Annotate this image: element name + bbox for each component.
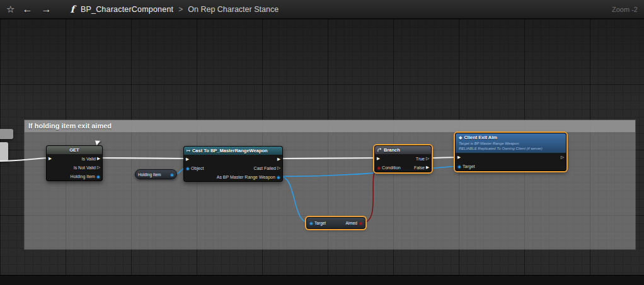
offscreen-node-2[interactable] [0, 142, 8, 161]
node-holding-item-variable[interactable]: Holding Item [135, 169, 177, 179]
node-get-header: GET [47, 146, 102, 154]
cast-failed-out-pin[interactable] [277, 166, 280, 170]
node-client-title: Client Exit Aim [464, 135, 497, 141]
graph-canvas[interactable]: If holding item exit aimed GET Is Valid [0, 19, 644, 285]
back-icon[interactable]: ← [22, 4, 32, 15]
cast-exec-out-pin[interactable] [277, 157, 280, 162]
breadcrumb-current[interactable]: On Rep Character Stance [188, 5, 279, 14]
node-get-row-isvalid: Is Valid [47, 154, 102, 163]
branch-exec-in-pin[interactable] [377, 157, 380, 161]
exec-in-pin[interactable] [49, 157, 52, 161]
breadcrumb-separator: > [178, 5, 183, 14]
cast-as-weapon-out-pin[interactable] [277, 175, 280, 179]
client-subtitle-target: Target is BP Master Range Weapon [459, 141, 563, 146]
cast-exec-in-pin[interactable] [186, 157, 189, 162]
node-branch-header: Branch [375, 146, 431, 154]
zoom-level: Zoom -2 [612, 6, 638, 13]
node-branch-row-true: True [375, 154, 431, 163]
holding-item-var-out-pin[interactable] [170, 172, 174, 177]
client-subtitle-reliable: RELIABLE Replicated To Owning Client (if… [459, 146, 563, 151]
function-icon: f [70, 4, 74, 15]
exec-out-is-valid-pin[interactable] [97, 157, 100, 161]
node-get-row-holdingitem: Holding Item [47, 172, 102, 181]
branch-false-out-pin[interactable] [426, 165, 429, 170]
node-get-row-isnotvalid: Is Not Valid [47, 163, 102, 172]
node-get[interactable]: GET Is Valid Is Not Valid Holding Item [46, 145, 103, 181]
pin-label-is-not-valid: Is Not Valid [74, 165, 96, 170]
aimed-out-pin[interactable] [359, 221, 362, 225]
forward-icon[interactable]: → [41, 4, 51, 15]
pin-label-cast-failed: Cast Failed [254, 166, 276, 170]
node-cast-header: ↦ Cast To BP_MasterRangeWeapon [184, 147, 282, 155]
event-diamond-icon: ◆ [459, 135, 462, 141]
pin-label-holding-item: Holding Item [71, 174, 95, 179]
node-branch-title: Branch [384, 146, 400, 154]
exec-out-is-not-valid-pin[interactable] [97, 165, 100, 170]
graph-toolbar: ☆ ← → f BP_CharacterComponent > On Rep C… [0, 0, 644, 19]
aimed-target-in-pin[interactable] [309, 221, 313, 225]
pin-label-as-weapon: As BP Master Range Weapon [217, 175, 275, 179]
node-cast-row-object: Object Cast Failed [184, 164, 282, 172]
branch-fork-icon [377, 148, 382, 152]
favorite-star-icon[interactable]: ☆ [6, 4, 14, 15]
node-aimed-getter[interactable]: Target Aimed [306, 217, 365, 229]
grid-bottom-band [0, 275, 644, 285]
holding-item-out-pin[interactable] [96, 174, 100, 179]
breadcrumb-root[interactable]: BP_CharacterComponent [81, 5, 173, 14]
blueprint-editor: ☆ ← → f BP_CharacterComponent > On Rep C… [0, 0, 644, 285]
node-cast-row-exec [184, 155, 282, 164]
holding-item-var-label: Holding Item [138, 172, 161, 177]
node-branch-row-false: Condition False [375, 163, 431, 172]
grid-top-shade [0, 19, 644, 101]
pin-label-is-valid: Is Valid [82, 157, 96, 161]
pin-label-client-target: Target [463, 164, 474, 169]
node-cast-title: Cast To BP_MasterRangeWeapon [192, 147, 268, 155]
pin-label-object: Object [191, 166, 204, 170]
node-client-exit-aim[interactable]: ◆ Client Exit Aim Target is BP Master Ra… [455, 133, 566, 171]
node-get-title: GET [69, 146, 79, 154]
node-client-row-exec [456, 153, 566, 162]
cast-object-in-pin[interactable] [186, 166, 190, 170]
branch-condition-in-pin[interactable] [377, 165, 381, 170]
pin-label-aimed-target: Target [314, 221, 326, 225]
pin-label-true: True [416, 157, 425, 161]
node-cast-row-asweapon: As BP Master Range Weapon [184, 172, 282, 181]
comment-title[interactable]: If holding item exit aimed [25, 120, 635, 132]
cast-arrow-icon: ↦ [187, 147, 190, 155]
branch-true-out-pin[interactable] [426, 157, 429, 161]
node-client-row-target: Target [456, 162, 566, 170]
offscreen-node-1[interactable] [0, 129, 13, 139]
pin-label-condition: Condition [382, 165, 401, 170]
client-target-in-pin[interactable] [457, 164, 461, 169]
node-client-header: ◆ Client Exit Aim Target is BP Master Ra… [456, 133, 566, 153]
pin-label-aimed: Aimed [345, 221, 357, 225]
pin-label-false: False [414, 165, 425, 170]
client-exec-in-pin[interactable] [457, 155, 461, 160]
client-exec-out-pin[interactable] [561, 155, 564, 160]
node-cast[interactable]: ↦ Cast To BP_MasterRangeWeapon Object Ca… [183, 146, 283, 182]
node-branch[interactable]: Branch True Condition False [374, 145, 432, 172]
